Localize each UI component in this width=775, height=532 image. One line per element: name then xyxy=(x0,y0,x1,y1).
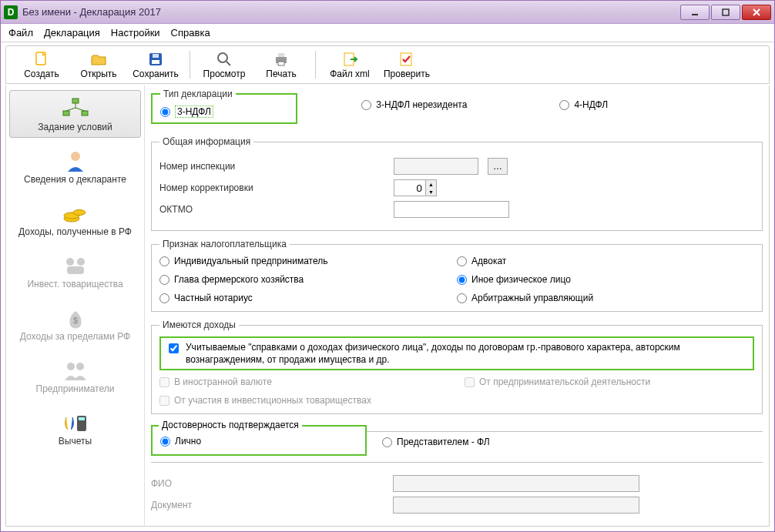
toolbar-print[interactable]: Печать xyxy=(253,47,309,82)
radio-3ndfl-input[interactable] xyxy=(160,107,170,117)
fieldset-income: Имеются доходы Учитываемые "справками о … xyxy=(151,320,763,414)
svg-rect-33 xyxy=(79,417,85,420)
radio-4ndfl-input[interactable] xyxy=(559,100,569,110)
fieldset-general: Общая информация Номер инспекции … Номер… xyxy=(151,136,763,231)
sidebar-item-label: Инвест. товарищества xyxy=(27,279,122,289)
income-legend: Имеются доходы xyxy=(159,320,239,330)
svg-point-22 xyxy=(71,152,80,161)
radio-3ndfl-nr[interactable]: 3-НДФЛ нерезидента xyxy=(361,99,467,110)
general-legend: Общая информация xyxy=(159,136,253,147)
svg-rect-28 xyxy=(67,266,84,274)
maximize-button[interactable] xyxy=(711,5,740,20)
sidebar-item-label: Задание условий xyxy=(38,122,112,132)
radio-other-phys[interactable]: Иное физическое лицо xyxy=(457,274,754,285)
menu-file[interactable]: Файл xyxy=(8,27,33,38)
radio-farmer[interactable]: Глава фермерского хозяйства xyxy=(159,274,457,285)
close-button[interactable] xyxy=(742,5,771,20)
toolbar-create[interactable]: Создать xyxy=(14,47,69,82)
minimize-button[interactable] xyxy=(680,5,710,20)
chk-income-main[interactable]: Учитываемые "справками о доходах физичес… xyxy=(166,341,748,366)
credibility-right: Представителем - ФЛ xyxy=(367,431,763,455)
fio-block: ФИО Документ xyxy=(151,462,763,514)
sidebar-item-declarant[interactable]: Сведения о декларанте xyxy=(9,142,141,190)
chk-income-foreign[interactable]: В иностранной валюте xyxy=(159,376,449,387)
radio-notary[interactable]: Частный нотариус xyxy=(159,293,457,303)
diagram-icon xyxy=(60,95,91,122)
toolbar-print-label: Печать xyxy=(266,69,296,79)
sidebar-item-conditions[interactable]: Задание условий xyxy=(9,90,141,138)
sidebar-item-label: Сведения о декларанте xyxy=(24,174,126,185)
magnifier-icon xyxy=(216,51,233,68)
toolbar-check[interactable]: Проверить xyxy=(379,47,434,82)
toolbar-separator xyxy=(190,51,190,79)
group-icon xyxy=(60,357,91,383)
svg-line-20 xyxy=(66,108,75,111)
input-correction[interactable] xyxy=(394,180,425,196)
radio-ip[interactable]: Индивидуальный предприниматель xyxy=(159,256,457,266)
label-oktmo: ОКТМО xyxy=(159,204,283,215)
radio-4ndfl-label: 4-НДФЛ xyxy=(574,99,608,110)
radio-personal[interactable]: Лично xyxy=(160,436,357,447)
radio-representative[interactable]: Представителем - ФЛ xyxy=(382,437,755,447)
moneybag-icon: $ xyxy=(60,305,91,331)
spinner-correction[interactable]: ▲ ▼ xyxy=(394,179,437,196)
svg-point-30 xyxy=(67,363,75,370)
credibility-left: Достоверность подтверждается Лично xyxy=(151,425,367,456)
radio-advocate[interactable]: Адвокат xyxy=(457,256,754,266)
svg-text:$: $ xyxy=(72,316,77,325)
svg-point-31 xyxy=(76,363,84,370)
toolbar-view[interactable]: Просмотр xyxy=(196,47,252,82)
label-document: Документ xyxy=(151,500,236,510)
toolbar-open[interactable]: Открыть xyxy=(71,47,126,82)
svg-rect-17 xyxy=(63,111,69,115)
toolbar-view-label: Просмотр xyxy=(203,69,246,79)
menu-declaration[interactable]: Декларация xyxy=(44,27,100,38)
sidebar-item-invest[interactable]: Инвест. товарищества xyxy=(9,247,141,295)
radio-3ndfl-nr-input[interactable] xyxy=(361,100,371,110)
svg-line-21 xyxy=(75,108,85,111)
app-icon: D xyxy=(4,5,18,19)
sidebar-item-label: Доходы за пределами РФ xyxy=(20,331,130,342)
toolbar: Создать Открыть Сохранить Просмотр Печат… xyxy=(5,45,770,84)
radio-arbitr[interactable]: Арбитражный управляющий xyxy=(457,293,754,303)
body: Задание условий Сведения о декларанте До… xyxy=(5,85,770,527)
spin-down[interactable]: ▼ xyxy=(425,188,436,196)
svg-point-26 xyxy=(66,258,74,266)
chk-income-entrepreneur[interactable]: От предпринимательской деятельности xyxy=(465,376,754,387)
credibility-block: Достоверность подтверждается Лично Предс… xyxy=(151,425,763,456)
sidebar-item-entrepreneurs[interactable]: Предприниматели xyxy=(9,352,141,400)
person-icon xyxy=(60,148,91,174)
sidebar-item-label: Доходы, полученные в РФ xyxy=(18,226,132,237)
input-document[interactable] xyxy=(393,497,639,514)
fieldset-decl-type: Тип декларации 3-НДФЛ xyxy=(151,89,297,124)
radio-3ndfl-label: 3-НДФЛ xyxy=(175,105,213,118)
radio-4ndfl[interactable]: 4-НДФЛ xyxy=(559,99,608,110)
sidebar-item-income-abroad[interactable]: $ Доходы за пределами РФ xyxy=(9,299,141,347)
svg-rect-16 xyxy=(72,99,79,103)
radio-3ndfl[interactable]: 3-НДФЛ xyxy=(160,105,288,118)
spin-up[interactable]: ▲ xyxy=(425,180,436,188)
input-fio[interactable] xyxy=(393,475,639,492)
app-window: D Без имени - Декларация 2017 Файл Декла… xyxy=(0,0,775,532)
sidebar-item-deductions[interactable]: Вычеты xyxy=(9,404,141,452)
input-inspection[interactable] xyxy=(394,158,478,175)
chk-income-invest[interactable]: От участия в инвестиционных товарищества… xyxy=(159,395,449,406)
window-title: Без имени - Декларация 2017 xyxy=(22,6,679,18)
save-icon xyxy=(147,51,164,68)
calculator-icon xyxy=(60,410,91,436)
toolbar-create-label: Создать xyxy=(24,69,59,79)
input-oktmo[interactable] xyxy=(394,201,509,218)
svg-point-27 xyxy=(77,258,85,266)
button-inspection-lookup[interactable]: … xyxy=(488,158,508,175)
svg-rect-18 xyxy=(82,111,88,115)
toolbar-xml[interactable]: Файл xml xyxy=(322,47,377,82)
radio-3ndfl-nr-label: 3-НДФЛ нерезидента xyxy=(376,99,467,110)
menu-help[interactable]: Справка xyxy=(171,27,210,38)
menu-settings[interactable]: Настройки xyxy=(111,27,160,38)
toolbar-save[interactable]: Сохранить xyxy=(128,47,183,82)
svg-point-9 xyxy=(218,53,227,62)
label-correction: Номер корректировки xyxy=(159,182,283,193)
toolbar-separator xyxy=(315,51,316,79)
sidebar-item-income-rf[interactable]: Доходы, полученные в РФ xyxy=(9,195,141,243)
credibility-legend: Достоверность подтверждается xyxy=(159,420,302,430)
